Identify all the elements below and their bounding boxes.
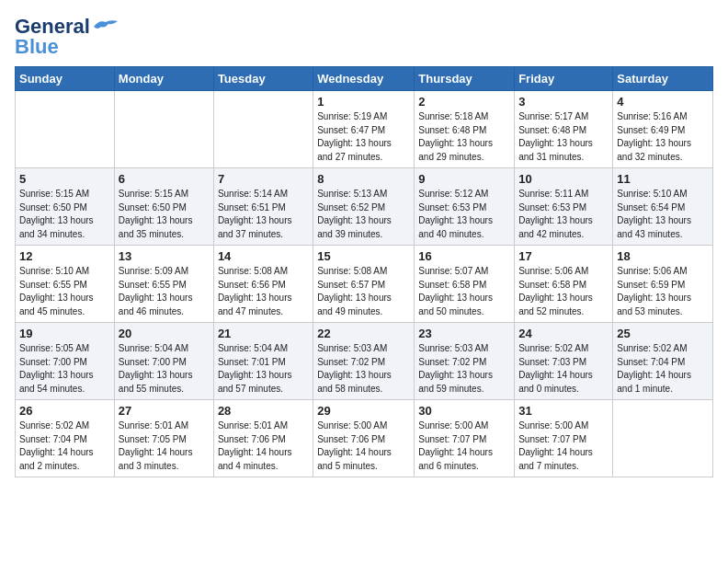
calendar-cell: 12Sunrise: 5:10 AM Sunset: 6:55 PM Dayli… bbox=[16, 246, 115, 323]
day-number: 31 bbox=[518, 404, 609, 418]
calendar-cell bbox=[213, 91, 313, 168]
calendar-cell: 29Sunrise: 5:00 AM Sunset: 7:06 PM Dayli… bbox=[313, 400, 415, 477]
day-number: 11 bbox=[617, 172, 709, 186]
day-number: 6 bbox=[119, 172, 210, 186]
calendar-cell: 28Sunrise: 5:01 AM Sunset: 7:06 PM Dayli… bbox=[213, 400, 313, 477]
calendar-week-5: 26Sunrise: 5:02 AM Sunset: 7:04 PM Dayli… bbox=[16, 400, 713, 477]
page-header: General Blue bbox=[15, 15, 713, 59]
calendar-cell: 10Sunrise: 5:11 AM Sunset: 6:53 PM Dayli… bbox=[515, 168, 613, 246]
day-number: 2 bbox=[418, 95, 510, 109]
day-number: 4 bbox=[617, 95, 709, 109]
day-number: 16 bbox=[418, 249, 510, 263]
day-number: 24 bbox=[518, 327, 609, 340]
cell-content: Sunrise: 5:00 AM Sunset: 7:07 PM Dayligh… bbox=[418, 419, 510, 473]
calendar-week-2: 5Sunrise: 5:15 AM Sunset: 6:50 PM Daylig… bbox=[16, 168, 713, 246]
cell-content: Sunrise: 5:02 AM Sunset: 7:03 PM Dayligh… bbox=[518, 342, 609, 396]
calendar-cell: 17Sunrise: 5:06 AM Sunset: 6:58 PM Dayli… bbox=[515, 246, 613, 323]
calendar-week-4: 19Sunrise: 5:05 AM Sunset: 7:00 PM Dayli… bbox=[16, 323, 713, 400]
calendar-cell: 25Sunrise: 5:02 AM Sunset: 7:04 PM Dayli… bbox=[613, 323, 713, 400]
cell-content: Sunrise: 5:01 AM Sunset: 7:06 PM Dayligh… bbox=[218, 419, 309, 473]
calendar-cell: 19Sunrise: 5:05 AM Sunset: 7:00 PM Dayli… bbox=[16, 323, 115, 400]
day-number: 5 bbox=[19, 172, 110, 186]
day-number: 13 bbox=[119, 249, 210, 263]
calendar-cell: 14Sunrise: 5:08 AM Sunset: 6:56 PM Dayli… bbox=[213, 246, 313, 323]
day-header-saturday: Saturday bbox=[613, 67, 713, 91]
calendar-cell: 11Sunrise: 5:10 AM Sunset: 6:54 PM Dayli… bbox=[613, 168, 713, 246]
calendar-cell: 23Sunrise: 5:03 AM Sunset: 7:02 PM Dayli… bbox=[415, 323, 515, 400]
cell-content: Sunrise: 5:04 AM Sunset: 7:00 PM Dayligh… bbox=[119, 342, 210, 396]
cell-content: Sunrise: 5:01 AM Sunset: 7:05 PM Dayligh… bbox=[119, 419, 210, 473]
cell-content: Sunrise: 5:10 AM Sunset: 6:54 PM Dayligh… bbox=[617, 188, 709, 241]
cell-content: Sunrise: 5:06 AM Sunset: 6:59 PM Dayligh… bbox=[617, 265, 709, 318]
calendar-cell: 1Sunrise: 5:19 AM Sunset: 6:47 PM Daylig… bbox=[313, 91, 415, 168]
calendar-cell bbox=[16, 91, 115, 168]
day-number: 28 bbox=[218, 404, 309, 418]
day-number: 8 bbox=[317, 172, 410, 186]
day-header-friday: Friday bbox=[515, 67, 613, 91]
calendar-week-1: 1Sunrise: 5:19 AM Sunset: 6:47 PM Daylig… bbox=[16, 91, 713, 168]
calendar-cell: 6Sunrise: 5:15 AM Sunset: 6:50 PM Daylig… bbox=[114, 168, 213, 246]
day-number: 21 bbox=[218, 327, 309, 340]
day-number: 25 bbox=[617, 327, 709, 340]
day-number: 26 bbox=[19, 404, 110, 418]
cell-content: Sunrise: 5:05 AM Sunset: 7:00 PM Dayligh… bbox=[19, 342, 110, 396]
day-number: 18 bbox=[617, 249, 709, 263]
day-header-monday: Monday bbox=[114, 67, 213, 91]
cell-content: Sunrise: 5:03 AM Sunset: 7:02 PM Dayligh… bbox=[418, 342, 510, 396]
day-header-thursday: Thursday bbox=[415, 67, 515, 91]
day-header-wednesday: Wednesday bbox=[313, 67, 415, 91]
day-number: 15 bbox=[317, 249, 410, 263]
cell-content: Sunrise: 5:16 AM Sunset: 6:49 PM Dayligh… bbox=[617, 110, 709, 164]
calendar-cell: 16Sunrise: 5:07 AM Sunset: 6:58 PM Dayli… bbox=[415, 246, 515, 323]
calendar-cell: 7Sunrise: 5:14 AM Sunset: 6:51 PM Daylig… bbox=[213, 168, 313, 246]
calendar-cell: 4Sunrise: 5:16 AM Sunset: 6:49 PM Daylig… bbox=[613, 91, 713, 168]
day-number: 14 bbox=[218, 249, 309, 263]
cell-content: Sunrise: 5:02 AM Sunset: 7:04 PM Dayligh… bbox=[19, 419, 110, 473]
day-number: 19 bbox=[19, 327, 110, 340]
calendar-cell: 24Sunrise: 5:02 AM Sunset: 7:03 PM Dayli… bbox=[515, 323, 613, 400]
day-number: 30 bbox=[418, 404, 510, 418]
calendar-cell: 30Sunrise: 5:00 AM Sunset: 7:07 PM Dayli… bbox=[415, 400, 515, 477]
calendar-table: SundayMondayTuesdayWednesdayThursdayFrid… bbox=[15, 66, 713, 477]
day-number: 7 bbox=[218, 172, 309, 186]
logo-blue-text: Blue bbox=[15, 35, 59, 59]
cell-content: Sunrise: 5:02 AM Sunset: 7:04 PM Dayligh… bbox=[617, 342, 709, 396]
calendar-cell: 15Sunrise: 5:08 AM Sunset: 6:57 PM Dayli… bbox=[313, 246, 415, 323]
cell-content: Sunrise: 5:14 AM Sunset: 6:51 PM Dayligh… bbox=[218, 188, 309, 241]
cell-content: Sunrise: 5:17 AM Sunset: 6:48 PM Dayligh… bbox=[518, 110, 609, 164]
calendar-cell: 5Sunrise: 5:15 AM Sunset: 6:50 PM Daylig… bbox=[16, 168, 115, 246]
day-number: 9 bbox=[418, 172, 510, 186]
calendar-cell: 27Sunrise: 5:01 AM Sunset: 7:05 PM Dayli… bbox=[114, 400, 213, 477]
calendar-cell: 18Sunrise: 5:06 AM Sunset: 6:59 PM Dayli… bbox=[613, 246, 713, 323]
cell-content: Sunrise: 5:07 AM Sunset: 6:58 PM Dayligh… bbox=[418, 265, 510, 318]
cell-content: Sunrise: 5:09 AM Sunset: 6:55 PM Dayligh… bbox=[119, 265, 210, 318]
day-number: 27 bbox=[119, 404, 210, 418]
calendar-week-3: 12Sunrise: 5:10 AM Sunset: 6:55 PM Dayli… bbox=[16, 246, 713, 323]
cell-content: Sunrise: 5:10 AM Sunset: 6:55 PM Dayligh… bbox=[19, 265, 110, 318]
logo: General Blue bbox=[15, 15, 119, 59]
cell-content: Sunrise: 5:15 AM Sunset: 6:50 PM Dayligh… bbox=[19, 188, 110, 241]
cell-content: Sunrise: 5:08 AM Sunset: 6:56 PM Dayligh… bbox=[218, 265, 309, 318]
calendar-cell: 8Sunrise: 5:13 AM Sunset: 6:52 PM Daylig… bbox=[313, 168, 415, 246]
day-number: 20 bbox=[119, 327, 210, 340]
calendar-cell: 2Sunrise: 5:18 AM Sunset: 6:48 PM Daylig… bbox=[415, 91, 515, 168]
day-header-tuesday: Tuesday bbox=[213, 67, 313, 91]
calendar-cell bbox=[114, 91, 213, 168]
cell-content: Sunrise: 5:13 AM Sunset: 6:52 PM Dayligh… bbox=[317, 188, 410, 241]
cell-content: Sunrise: 5:12 AM Sunset: 6:53 PM Dayligh… bbox=[418, 188, 510, 241]
calendar-header-row: SundayMondayTuesdayWednesdayThursdayFrid… bbox=[16, 67, 713, 91]
calendar-cell: 20Sunrise: 5:04 AM Sunset: 7:00 PM Dayli… bbox=[114, 323, 213, 400]
calendar-cell: 31Sunrise: 5:00 AM Sunset: 7:07 PM Dayli… bbox=[515, 400, 613, 477]
day-number: 17 bbox=[518, 249, 609, 263]
day-number: 23 bbox=[418, 327, 510, 340]
cell-content: Sunrise: 5:08 AM Sunset: 6:57 PM Dayligh… bbox=[317, 265, 410, 318]
cell-content: Sunrise: 5:03 AM Sunset: 7:02 PM Dayligh… bbox=[317, 342, 410, 396]
calendar-cell: 26Sunrise: 5:02 AM Sunset: 7:04 PM Dayli… bbox=[16, 400, 115, 477]
calendar-cell bbox=[613, 400, 713, 477]
calendar-cell: 9Sunrise: 5:12 AM Sunset: 6:53 PM Daylig… bbox=[415, 168, 515, 246]
cell-content: Sunrise: 5:11 AM Sunset: 6:53 PM Dayligh… bbox=[518, 188, 609, 241]
cell-content: Sunrise: 5:19 AM Sunset: 6:47 PM Dayligh… bbox=[317, 110, 410, 164]
day-number: 3 bbox=[518, 95, 609, 109]
day-header-sunday: Sunday bbox=[16, 67, 115, 91]
cell-content: Sunrise: 5:00 AM Sunset: 7:06 PM Dayligh… bbox=[317, 419, 410, 473]
